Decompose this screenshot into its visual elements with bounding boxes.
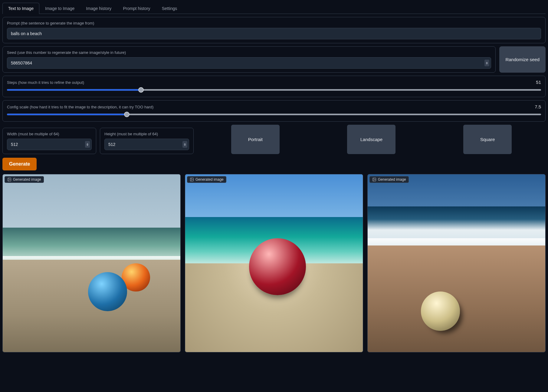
landscape-button[interactable]: Landscape: [347, 125, 395, 154]
height-label: Height (must be multiple of 64): [104, 132, 189, 136]
config-scale-label: Config scale (how hard it tries to fit t…: [7, 105, 153, 109]
tab-text-to-image[interactable]: Text to Image: [2, 3, 39, 14]
generated-gallery: Generated image Generated image Generate…: [2, 174, 546, 352]
generated-image-caption: Generated image: [13, 177, 41, 182]
steps-slider[interactable]: [7, 87, 541, 93]
config-scale-value: 7.5: [535, 104, 541, 109]
generated-image-caption: Generated image: [195, 177, 224, 182]
svg-point-5: [373, 179, 374, 179]
steps-label: Steps (how much it tries to refine the o…: [7, 80, 84, 85]
width-input[interactable]: [7, 139, 92, 150]
steps-value: 51: [536, 80, 541, 85]
tab-prompt-history[interactable]: Prompt history: [117, 3, 156, 14]
generated-image-badge: Generated image: [369, 176, 409, 183]
width-label: Width (must be multiple of 64): [7, 132, 92, 136]
steps-slider-thumb[interactable]: [138, 87, 144, 93]
svg-point-1: [8, 179, 9, 179]
svg-point-3: [191, 179, 192, 179]
prompt-input[interactable]: [7, 28, 541, 39]
generated-image-1[interactable]: Generated image: [2, 174, 181, 352]
seed-panel: Seed (use this number to regenerate the …: [2, 46, 496, 73]
generated-image-2[interactable]: Generated image: [185, 174, 363, 352]
config-scale-panel: Config scale (how hard it tries to fit t…: [2, 100, 546, 122]
width-stepper[interactable]: [85, 141, 90, 148]
image-icon: [7, 177, 11, 182]
generated-image-badge: Generated image: [187, 176, 226, 183]
randomize-seed-button[interactable]: Randomize seed: [499, 46, 546, 73]
height-panel: Height (must be multiple of 64): [100, 128, 194, 154]
generated-image-badge: Generated image: [5, 176, 44, 183]
tab-bar: Text to Image Image to Image Image histo…: [2, 2, 546, 14]
width-panel: Width (must be multiple of 64): [2, 128, 96, 154]
portrait-button[interactable]: Portrait: [231, 125, 280, 154]
height-input[interactable]: [104, 139, 189, 150]
seed-label: Seed (use this number to regenerate the …: [7, 50, 491, 55]
generated-image-caption: Generated image: [378, 177, 406, 182]
tab-image-history[interactable]: Image history: [80, 3, 117, 14]
generated-image-3[interactable]: Generated image: [367, 174, 546, 352]
prompt-label: Prompt (the sentence to generate the ima…: [7, 21, 541, 25]
config-scale-slider-thumb[interactable]: [124, 112, 130, 117]
height-stepper[interactable]: [182, 141, 187, 148]
generate-button[interactable]: Generate: [2, 158, 37, 170]
prompt-panel: Prompt (the sentence to generate the ima…: [2, 17, 546, 43]
steps-panel: Steps (how much it tries to refine the o…: [2, 76, 546, 97]
image-icon: [372, 177, 376, 182]
tab-image-to-image[interactable]: Image to Image: [39, 3, 80, 14]
square-button[interactable]: Square: [463, 125, 512, 154]
seed-stepper[interactable]: [484, 60, 489, 66]
seed-input[interactable]: [7, 57, 491, 69]
image-icon: [190, 177, 194, 182]
config-scale-slider[interactable]: [7, 111, 541, 118]
tab-settings[interactable]: Settings: [156, 3, 183, 14]
